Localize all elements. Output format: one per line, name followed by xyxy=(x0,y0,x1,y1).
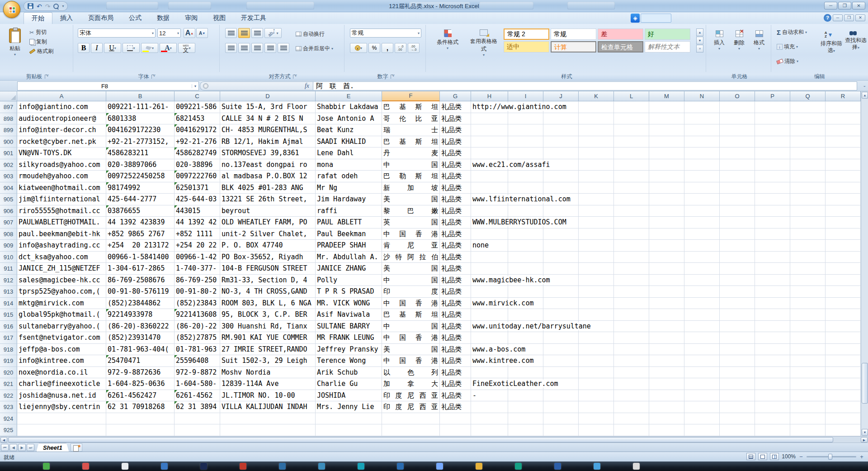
fill-color-button[interactable]: ▾ xyxy=(141,43,158,53)
row-header-921[interactable]: 921 xyxy=(0,378,17,390)
cell[interactable]: 44 1392 423839 xyxy=(106,217,175,228)
cell[interactable] xyxy=(579,101,614,113)
select-all-corner[interactable] xyxy=(0,91,17,101)
cell[interactable] xyxy=(826,252,861,263)
cell[interactable]: 425-644-2777 xyxy=(106,194,175,205)
cell[interactable] xyxy=(720,217,755,228)
cell[interactable] xyxy=(790,240,826,252)
cell-style-常规[interactable]: 常规 xyxy=(551,29,596,40)
cell[interactable]: (852)27875 xyxy=(175,332,220,344)
cell[interactable]: 巴基斯坦 xyxy=(382,101,440,113)
find-select-button[interactable]: 查找和选择▾ xyxy=(841,29,865,53)
cell[interactable] xyxy=(543,401,579,413)
cell[interactable] xyxy=(17,413,106,425)
cell[interactable] xyxy=(316,424,382,436)
cell[interactable] xyxy=(826,113,861,125)
font-dialog-launcher[interactable] xyxy=(151,75,156,79)
cell[interactable]: 6261-4562 xyxy=(175,390,220,402)
cell[interactable] xyxy=(790,378,826,390)
cell[interactable] xyxy=(755,171,790,182)
cell[interactable]: info@giantino.com xyxy=(17,101,106,113)
cell[interactable] xyxy=(614,182,649,194)
cell[interactable]: 00972522450258 xyxy=(106,171,175,182)
cell[interactable] xyxy=(614,205,649,217)
cell[interactable]: jeffp@a-bos.com xyxy=(17,344,106,356)
cell[interactable] xyxy=(790,332,826,344)
cell[interactable] xyxy=(790,194,826,205)
cell[interactable] xyxy=(826,182,861,194)
cell[interactable] xyxy=(720,355,755,367)
cell[interactable]: 972-9-8872 xyxy=(175,367,220,379)
cell[interactable] xyxy=(543,332,579,344)
cell[interactable] xyxy=(614,367,649,379)
cell[interactable] xyxy=(471,136,508,148)
cell[interactable]: Jeffrey Pransky xyxy=(316,344,382,356)
comma-format-button[interactable]: , xyxy=(382,43,393,53)
column-header-M[interactable]: M xyxy=(649,91,684,101)
cell[interactable] xyxy=(684,309,720,321)
cell[interactable] xyxy=(579,263,614,275)
cell[interactable]: WWW.MULBERRYSTUDIOS.COM xyxy=(471,217,508,228)
cell[interactable] xyxy=(755,263,790,275)
cell[interactable] xyxy=(614,171,649,182)
cell[interactable]: 98174992 xyxy=(106,182,175,194)
currency-format-button[interactable]: ¥▾ xyxy=(350,43,367,53)
cell[interactable] xyxy=(684,355,720,367)
cell[interactable]: 03876655 xyxy=(106,205,175,217)
cell[interactable]: liejenny@sby.centrin xyxy=(17,401,106,413)
row-header-898[interactable]: 898 xyxy=(0,113,17,125)
cell[interactable] xyxy=(720,205,755,217)
cell[interactable] xyxy=(543,286,579,298)
cell[interactable]: Asif Naviwala xyxy=(316,309,382,321)
decrease-indent-button[interactable] xyxy=(264,43,276,53)
cell[interactable]: Lene Dahl xyxy=(316,147,382,159)
cell[interactable] xyxy=(579,159,614,171)
row-header-905[interactable]: 905 xyxy=(0,194,17,205)
cell[interactable] xyxy=(471,309,508,321)
cell[interactable]: www.a-bos.com xyxy=(471,344,508,356)
cell[interactable] xyxy=(684,205,720,217)
paste-dropdown-icon[interactable]: ▾ xyxy=(5,52,25,57)
cell[interactable]: 00-91-80-2 xyxy=(175,286,220,298)
cell[interactable]: 巴勒斯坦 xyxy=(382,171,440,182)
row-header-897[interactable]: 897 xyxy=(0,101,17,113)
cell[interactable]: 礼品类 xyxy=(440,159,471,171)
cell[interactable]: www.mirvick.com xyxy=(471,298,508,309)
cell[interactable]: 礼品类 xyxy=(440,275,471,286)
cell[interactable] xyxy=(579,217,614,228)
horizontal-scrollbar[interactable]: ◀ ▶ xyxy=(0,436,868,442)
cell[interactable] xyxy=(579,147,614,159)
cell[interactable] xyxy=(790,263,826,275)
cell[interactable] xyxy=(826,344,861,356)
row-header-899[interactable]: 899 xyxy=(0,124,17,136)
cell[interactable] xyxy=(543,113,579,125)
taskbar-app-crimson-icon[interactable] xyxy=(240,463,246,470)
cell[interactable] xyxy=(508,113,543,125)
cell[interactable]: (852)23931470 xyxy=(106,332,175,344)
cell[interactable] xyxy=(614,378,649,390)
cell[interactable] xyxy=(579,171,614,182)
cell[interactable] xyxy=(614,217,649,228)
cell[interactable] xyxy=(614,252,649,263)
cell[interactable] xyxy=(720,171,755,182)
cell[interactable]: 86-769-250 xyxy=(175,275,220,286)
cell[interactable] xyxy=(720,424,755,436)
taskbar-app-white-icon[interactable] xyxy=(122,463,128,470)
cell[interactable] xyxy=(720,390,755,402)
zoom-level-label[interactable]: 100% xyxy=(782,453,796,460)
cell[interactable]: charlie@fineexoticle xyxy=(17,378,106,390)
cell[interactable]: 009221-586 xyxy=(175,101,220,113)
cell[interactable] xyxy=(684,194,720,205)
cell[interactable] xyxy=(826,275,861,286)
cell[interactable]: 礼品类 xyxy=(440,113,471,125)
column-header-D[interactable]: D xyxy=(220,91,316,101)
cell[interactable]: 972-9-8872636 xyxy=(106,367,175,379)
cell[interactable] xyxy=(579,424,614,436)
cell[interactable]: 4586282749 xyxy=(175,147,220,159)
cell[interactable] xyxy=(684,413,720,425)
cell[interactable] xyxy=(579,355,614,367)
cell[interactable] xyxy=(471,147,508,159)
column-header-J[interactable]: J xyxy=(543,91,579,101)
cell[interactable] xyxy=(826,286,861,298)
taskbar-app-green-teal-icon[interactable] xyxy=(515,463,522,470)
